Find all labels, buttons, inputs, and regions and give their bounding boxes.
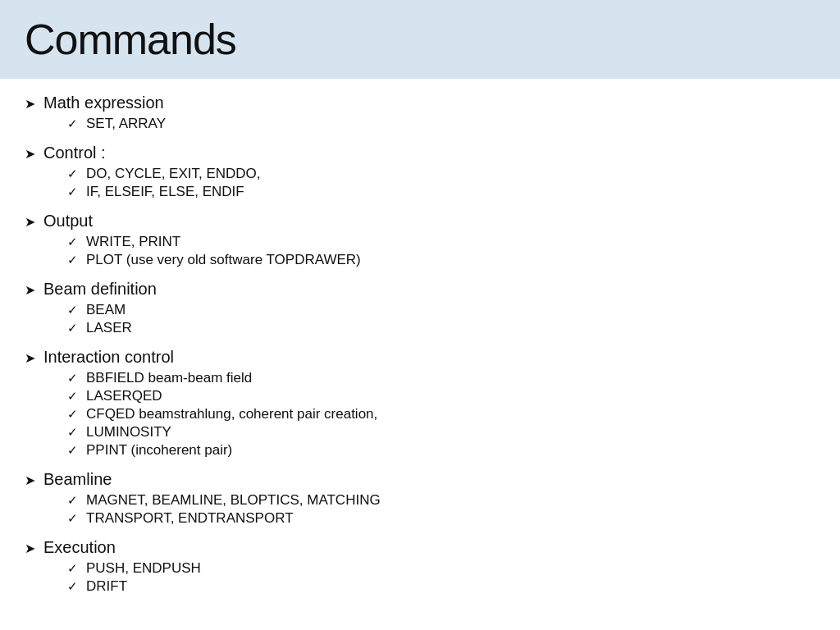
item-text: CFQED beamstrahlung, coherent pair creat… [86, 406, 377, 422]
list-item: ✓PPINT (incoherent pair) [67, 442, 815, 459]
sub-items-math-expression: ✓SET, ARRAY [25, 116, 815, 132]
arrow-icon-math-expression: ➤ [25, 96, 35, 112]
check-icon: ✓ [67, 493, 78, 508]
arrow-icon-execution: ➤ [25, 541, 35, 556]
list-item: ✓PUSH, ENDPUSH [67, 560, 815, 577]
list-item: ✓DO, CYCLE, EXIT, ENDDO, [67, 166, 815, 182]
check-icon: ✓ [67, 303, 78, 317]
list-item: ✓DRIFT [67, 578, 815, 595]
item-text: PLOT (use very old software TOPDRAWER) [86, 252, 361, 268]
category-name-control: Control : [43, 144, 106, 162]
check-icon: ✓ [67, 321, 78, 336]
item-text: TRANSPORT, ENDTRANSPORT [86, 510, 294, 527]
check-icon: ✓ [67, 561, 78, 576]
category-name-beam-definition: Beam definition [43, 280, 157, 299]
category-label-beamline: ➤Beamline [25, 470, 815, 489]
item-text: SET, ARRAY [86, 116, 166, 132]
category-beam-definition: ➤Beam definition✓BEAM✓LASER [25, 280, 815, 336]
check-icon: ✓ [67, 235, 78, 249]
category-name-output: Output [43, 212, 93, 231]
list-item: ✓PLOT (use very old software TOPDRAWER) [67, 252, 815, 268]
item-text: IF, ELSEIF, ELSE, ENDIF [86, 184, 244, 200]
category-label-output: ➤Output [25, 212, 815, 231]
check-icon: ✓ [67, 579, 78, 594]
item-text: MAGNET, BEAMLINE, BLOPTICS, MATCHING [86, 492, 381, 509]
content-area: ➤Math expression✓SET, ARRAY➤Control :✓DO… [0, 94, 840, 595]
category-name-execution: Execution [43, 538, 116, 557]
category-label-interaction-control: ➤Interaction control [25, 348, 815, 367]
item-text: DRIFT [86, 578, 127, 595]
sub-items-control: ✓DO, CYCLE, EXIT, ENDDO,✓IF, ELSEIF, ELS… [25, 166, 815, 200]
sub-items-interaction-control: ✓BBFIELD beam-beam field✓LASERQED✓CFQED … [25, 370, 815, 459]
list-item: ✓IF, ELSEIF, ELSE, ENDIF [67, 184, 815, 200]
category-label-execution: ➤Execution [25, 538, 815, 557]
arrow-icon-control: ➤ [25, 146, 35, 162]
list-item: ✓LASER [67, 320, 815, 336]
category-execution: ➤Execution✓PUSH, ENDPUSH✓DRIFT [25, 538, 815, 595]
category-name-math-expression: Math expression [43, 94, 164, 112]
check-icon: ✓ [67, 116, 78, 131]
list-item: ✓BBFIELD beam-beam field [67, 370, 815, 386]
category-output: ➤Output✓WRITE, PRINT✓PLOT (use very old … [25, 212, 815, 268]
category-interaction-control: ➤Interaction control✓BBFIELD beam-beam f… [25, 348, 815, 459]
item-text: LASER [86, 320, 132, 336]
list-item: ✓BEAM [67, 302, 815, 318]
check-icon: ✓ [67, 407, 78, 422]
check-icon: ✓ [67, 425, 78, 440]
arrow-icon-interaction-control: ➤ [25, 350, 35, 366]
list-item: ✓SET, ARRAY [67, 116, 815, 132]
item-text: PUSH, ENDPUSH [86, 560, 201, 577]
sub-items-beam-definition: ✓BEAM✓LASER [25, 302, 815, 336]
category-label-math-expression: ➤Math expression [25, 94, 815, 112]
check-icon: ✓ [67, 511, 78, 526]
item-text: WRITE, PRINT [86, 234, 180, 250]
sub-items-beamline: ✓MAGNET, BEAMLINE, BLOPTICS, MATCHING✓TR… [25, 492, 815, 527]
arrow-icon-output: ➤ [25, 214, 35, 230]
arrow-icon-beam-definition: ➤ [25, 282, 35, 298]
item-text: DO, CYCLE, EXIT, ENDDO, [86, 166, 261, 182]
sub-items-output: ✓WRITE, PRINT✓PLOT (use very old softwar… [25, 234, 815, 268]
list-item: ✓LUMINOSITY [67, 424, 815, 441]
list-item: ✓CFQED beamstrahlung, coherent pair crea… [67, 406, 815, 422]
check-icon: ✓ [67, 389, 78, 404]
category-control: ➤Control :✓DO, CYCLE, EXIT, ENDDO,✓IF, E… [25, 144, 815, 200]
list-item: ✓TRANSPORT, ENDTRANSPORT [67, 510, 815, 527]
item-text: BEAM [86, 302, 126, 318]
category-beamline: ➤Beamline✓MAGNET, BEAMLINE, BLOPTICS, MA… [25, 470, 815, 527]
category-label-beam-definition: ➤Beam definition [25, 280, 815, 299]
title-bar: Commands [0, 0, 840, 79]
item-text: PPINT (incoherent pair) [86, 442, 232, 459]
check-icon: ✓ [67, 167, 78, 181]
item-text: LASERQED [86, 388, 162, 404]
check-icon: ✓ [67, 253, 78, 267]
item-text: LUMINOSITY [86, 424, 171, 441]
category-name-interaction-control: Interaction control [43, 348, 174, 367]
page: Commands ➤Math expression✓SET, ARRAY➤Con… [0, 0, 840, 630]
list-item: ✓MAGNET, BEAMLINE, BLOPTICS, MATCHING [67, 492, 815, 509]
category-label-control: ➤Control : [25, 144, 815, 162]
arrow-icon-beamline: ➤ [25, 472, 35, 488]
check-icon: ✓ [67, 443, 78, 458]
item-text: BBFIELD beam-beam field [86, 370, 252, 386]
list-item: ✓WRITE, PRINT [67, 234, 815, 250]
category-name-beamline: Beamline [43, 470, 112, 489]
list-item: ✓LASERQED [67, 388, 815, 404]
page-title: Commands [25, 15, 815, 64]
check-icon: ✓ [67, 185, 78, 199]
check-icon: ✓ [67, 371, 78, 386]
sub-items-execution: ✓PUSH, ENDPUSH✓DRIFT [25, 560, 815, 595]
category-math-expression: ➤Math expression✓SET, ARRAY [25, 94, 815, 132]
